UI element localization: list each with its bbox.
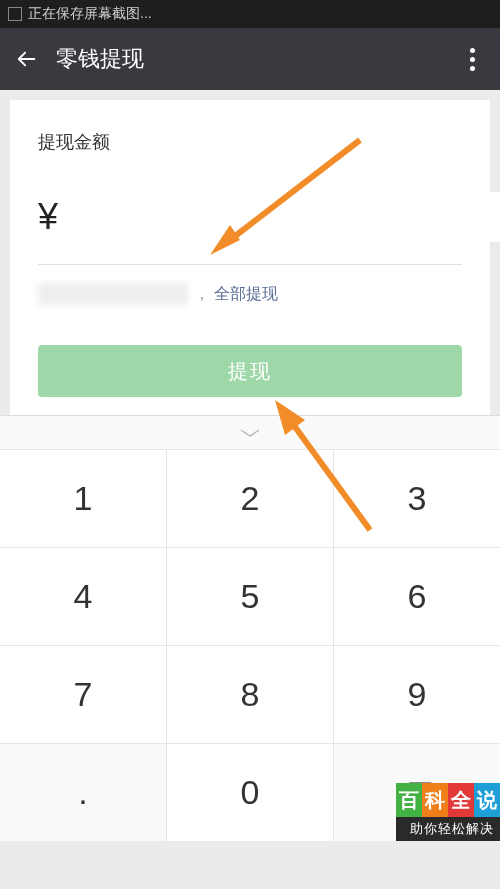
withdraw-card: 提现金额 ¥ ， 全部提现 提现 [10,100,490,417]
key-8[interactable]: 8 [167,646,334,743]
key-9[interactable]: 9 [334,646,500,743]
key-5[interactable]: 5 [167,548,334,645]
key-dot[interactable]: . [0,744,167,841]
more-menu-icon[interactable] [460,48,484,71]
wm-char-2: 科 [422,783,448,817]
screenshot-icon [8,7,22,21]
wm-char-4: 说 [474,783,500,817]
back-icon[interactable] [16,48,38,70]
key-0[interactable]: 0 [167,744,334,841]
comma: ， [194,284,210,305]
divider [38,264,462,265]
amount-label: 提现金额 [38,130,462,154]
wm-char-3: 全 [448,783,474,817]
key-7[interactable]: 7 [0,646,167,743]
watermark: 百 科 全 说 助你轻松解决 [396,783,500,841]
app-header: 零钱提现 [0,28,500,90]
amount-input[interactable] [66,192,500,242]
wm-sub: 助你轻松解决 [396,817,500,841]
page-title: 零钱提现 [56,44,460,74]
status-text: 正在保存屏幕截图... [28,5,152,23]
currency-symbol: ¥ [38,196,58,238]
balance-blurred [38,283,188,305]
withdraw-button[interactable]: 提现 [38,345,462,397]
key-4[interactable]: 4 [0,548,167,645]
withdraw-all-link[interactable]: 全部提现 [214,284,278,305]
status-bar: 正在保存屏幕截图... [0,0,500,28]
key-1[interactable]: 1 [0,450,167,547]
key-6[interactable]: 6 [334,548,500,645]
key-3[interactable]: 3 [334,450,500,547]
wm-char-1: 百 [396,783,422,817]
key-2[interactable]: 2 [167,450,334,547]
keyboard-collapse[interactable] [0,415,500,449]
chevron-down-icon [239,427,261,439]
